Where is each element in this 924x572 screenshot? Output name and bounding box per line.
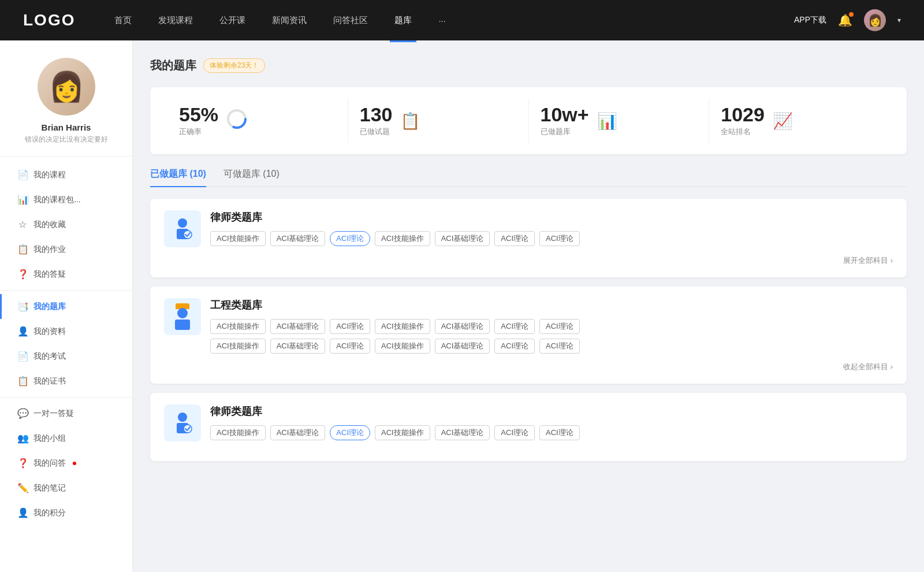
tag-2[interactable]: ACI基础理论	[270, 231, 326, 246]
tag-5[interactable]: ACI基础理论	[435, 231, 490, 246]
page-header: 我的题库 体验剩余23天！	[150, 58, 907, 73]
notification-bell-icon[interactable]: 🔔	[838, 13, 852, 27]
app-download-button[interactable]: APP下载	[794, 15, 826, 25]
nav-qbank[interactable]: 题库	[390, 13, 416, 28]
sidebar-item-qa[interactable]: ❓ 我的答疑	[0, 262, 132, 287]
collapse-link[interactable]: 收起全部科目 ›	[164, 362, 893, 372]
profile-avatar: 👩	[38, 58, 95, 116]
sidebar-item-1on1[interactable]: 💬 一对一答疑	[0, 401, 132, 426]
user-avatar[interactable]: 👩	[864, 9, 886, 31]
sidebar-item-notes[interactable]: ✏️ 我的笔记	[0, 476, 132, 500]
unread-dot	[73, 462, 76, 465]
eng-tag-14[interactable]: ACI理论	[539, 339, 580, 354]
sidebar-item-label: 我的小组	[33, 433, 66, 444]
sidebar-item-points[interactable]: 👤 我的积分	[0, 500, 132, 525]
qbank-icon-wrap-2	[164, 404, 201, 441]
eng-tag-10[interactable]: ACI理论	[330, 339, 370, 354]
navbar: LOGO 首页 发现课程 公开课 新闻资讯 问答社区 题库 ··· APP下载 …	[0, 0, 924, 40]
eng-tag-13[interactable]: ACI理论	[494, 339, 535, 354]
stats-row: 55% 正确率 130 已做试题 📋 10	[150, 87, 907, 154]
tags-row-eng-2: ACI技能操作 ACI基础理论 ACI理论 ACI技能操作 ACI基础理论 AC…	[210, 339, 893, 354]
course-icon: 📄	[17, 169, 28, 180]
sidebar-item-label: 我的作业	[33, 244, 66, 255]
sidebar-item-certificate[interactable]: 📋 我的证书	[0, 369, 132, 393]
sidebar-item-mycourse[interactable]: 📄 我的课程	[0, 162, 132, 187]
tab-todo[interactable]: 可做题库 (10)	[223, 168, 280, 186]
tag2-7[interactable]: ACI理论	[539, 425, 580, 440]
tab-done[interactable]: 已做题库 (10)	[150, 168, 206, 186]
eng-tag-9[interactable]: ACI基础理论	[270, 339, 326, 354]
logo[interactable]: LOGO	[23, 11, 75, 29]
sidebar-item-label: 我的课程包...	[33, 195, 81, 205]
sidebar-item-homework[interactable]: 📋 我的作业	[0, 237, 132, 262]
sidebar-item-coursepack[interactable]: 📊 我的课程包...	[0, 187, 132, 212]
nav-opencourse[interactable]: 公开课	[215, 13, 250, 28]
page-title: 我的题库	[150, 58, 196, 73]
sidebar-item-group[interactable]: 👥 我的小组	[0, 426, 132, 451]
sidebar: 👩 Brian Harris 错误的决定比没有决定要好 📄 我的课程 📊 我的课…	[0, 40, 133, 572]
nav-news[interactable]: 新闻资讯	[267, 13, 311, 28]
accuracy-value: 55%	[179, 105, 218, 124]
tag2-2[interactable]: ACI基础理论	[270, 425, 326, 440]
sidebar-item-label: 我的问答	[33, 458, 66, 469]
exam-icon: 📄	[17, 351, 28, 362]
tag2-4[interactable]: ACI技能操作	[375, 425, 430, 440]
tags-row-2: ACI技能操作 ACI基础理论 ACI理论 ACI技能操作 ACI基础理论 AC…	[210, 425, 893, 440]
eng-tag-6[interactable]: ACI理论	[494, 319, 535, 334]
notification-dot	[849, 12, 854, 17]
eng-tag-12[interactable]: ACI基础理论	[435, 339, 490, 354]
qa-icon: ❓	[17, 269, 28, 280]
stat-number-wrap2: 10w+ 已做题库	[541, 105, 589, 137]
cert-icon: 📋	[17, 376, 28, 387]
tag-6[interactable]: ACI理论	[494, 231, 535, 246]
nav-qa[interactable]: 问答社区	[329, 13, 372, 28]
main-content: 我的题库 体验剩余23天！ 55% 正确率 130	[133, 40, 924, 572]
nav-discover[interactable]: 发现课程	[154, 13, 198, 28]
rank-icon: 📈	[773, 112, 793, 131]
sidebar-item-favorites[interactable]: ☆ 我的收藏	[0, 212, 132, 237]
eng-tag-3[interactable]: ACI理论	[330, 319, 370, 334]
qbank-card-engineer: 工程类题库 ACI技能操作 ACI基础理论 ACI理论 ACI技能操作 ACI基…	[150, 287, 907, 384]
eng-tag-4[interactable]: ACI技能操作	[375, 319, 430, 334]
eng-tag-11[interactable]: ACI技能操作	[375, 339, 430, 354]
accuracy-chart-icon	[226, 109, 247, 133]
qbank-icon-wrap-eng	[164, 298, 201, 335]
stat-accuracy: 55% 正确率	[167, 99, 348, 143]
tag2-1[interactable]: ACI技能操作	[210, 425, 266, 440]
eng-tag-7[interactable]: ACI理论	[539, 319, 580, 334]
head	[177, 308, 188, 318]
trial-badge: 体验剩余23天！	[203, 58, 265, 73]
tag-7[interactable]: ACI理论	[539, 231, 580, 246]
sidebar-menu: 📄 我的课程 📊 我的课程包... ☆ 我的收藏 📋 我的作业 ❓ 我的答疑 �	[0, 162, 132, 525]
tag-4[interactable]: ACI技能操作	[375, 231, 430, 246]
sidebar-item-exam[interactable]: 📄 我的考试	[0, 344, 132, 369]
sidebar-item-myqa[interactable]: ❓ 我的问答	[0, 451, 132, 476]
tag2-6[interactable]: ACI理论	[494, 425, 535, 440]
eng-tag-2[interactable]: ACI基础理论	[270, 319, 326, 334]
eng-tag-5[interactable]: ACI基础理论	[435, 319, 490, 334]
tabs-row: 已做题库 (10) 可做题库 (10)	[150, 168, 907, 187]
sidebar-item-label: 我的证书	[33, 376, 66, 387]
eng-tag-8[interactable]: ACI技能操作	[210, 339, 266, 354]
chevron-down-icon[interactable]: ▾	[897, 16, 901, 24]
qbank-title-2: 律师类题库	[210, 404, 893, 418]
questions-icon: 📋	[400, 112, 420, 131]
qbank-header-2: 律师类题库 ACI技能操作 ACI基础理论 ACI理论 ACI技能操作 ACI基…	[164, 404, 893, 441]
stat-done-banks: 10w+ 已做题库 📊	[529, 99, 710, 143]
tag-3-selected[interactable]: ACI理论	[330, 231, 370, 246]
qbank-title: 律师类题库	[210, 210, 893, 224]
nav-more[interactable]: ···	[434, 13, 450, 28]
done-banks-value: 10w+	[541, 105, 589, 124]
sidebar-item-mydata[interactable]: 👤 我的资料	[0, 319, 132, 344]
tag-1[interactable]: ACI技能操作	[210, 231, 266, 246]
expand-link-1[interactable]: 展开全部科目 ›	[164, 255, 893, 266]
tag2-3-selected[interactable]: ACI理论	[330, 425, 370, 440]
nav-home[interactable]: 首页	[110, 13, 136, 28]
stat-number-wrap3: 1029 全站排名	[721, 105, 765, 137]
sidebar-item-qbank[interactable]: 📑 我的题库	[0, 294, 132, 319]
accuracy-label: 正确率	[179, 127, 218, 137]
eng-tag-1[interactable]: ACI技能操作	[210, 319, 266, 334]
points-icon: 👤	[17, 507, 28, 518]
tag2-5[interactable]: ACI基础理论	[435, 425, 490, 440]
qbank-header-eng: 工程类题库 ACI技能操作 ACI基础理论 ACI理论 ACI技能操作 ACI基…	[164, 298, 893, 354]
